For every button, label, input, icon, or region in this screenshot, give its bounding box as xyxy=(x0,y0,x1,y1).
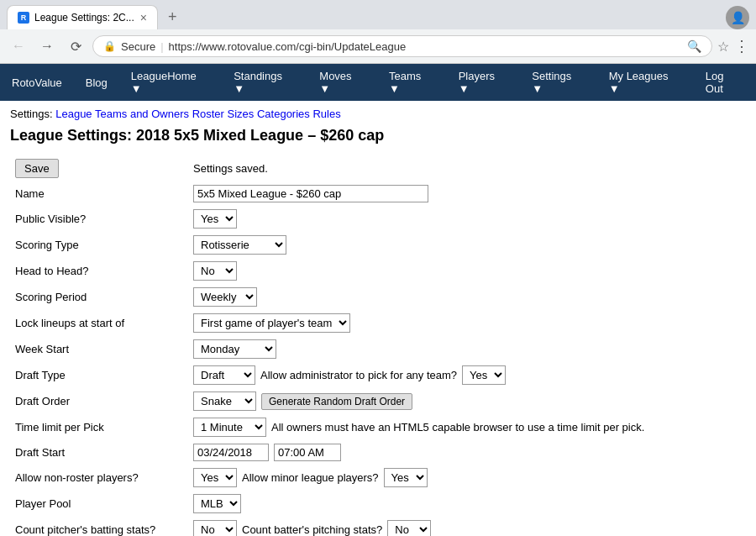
bookmark-icon[interactable]: ☆ xyxy=(717,39,729,55)
draft-type-cell: Draft Auction Pick Allow administrator t… xyxy=(190,363,744,387)
nav-logout[interactable]: Log Out xyxy=(694,64,756,101)
back-button[interactable]: ← xyxy=(7,34,30,58)
breadcrumb: Settings: League Teams and Owners Roster… xyxy=(10,108,746,120)
time-limit-select[interactable]: 1 Minute 2 Minutes 5 Minutes No Limit xyxy=(193,418,266,437)
breadcrumb-roster-sizes[interactable]: Roster Sizes xyxy=(192,108,255,120)
name-label: Name xyxy=(12,182,188,205)
nav-blog[interactable]: Blog xyxy=(74,71,119,95)
name-value-cell xyxy=(190,182,744,205)
draft-start-date-input[interactable] xyxy=(193,444,269,461)
nav-myleagues[interactable]: My Leagues ▼ xyxy=(597,64,694,101)
allow-non-roster-row: Allow non-roster players? Yes No Allow m… xyxy=(12,465,744,490)
scoring-period-label: Scoring Period xyxy=(12,285,188,309)
draft-order-label: Draft Order xyxy=(12,389,188,413)
tab-close-button[interactable]: × xyxy=(140,11,147,24)
browser-chrome: R League Settings: 2C... × + 👤 ← → ⟳ 🔒 S… xyxy=(0,0,756,64)
main-content: Settings: League Teams and Owners Roster… xyxy=(0,101,756,536)
profile-button[interactable]: 👤 xyxy=(726,6,749,29)
url-bar[interactable]: 🔒 Secure | https://www.rotovalue.com/cgi… xyxy=(92,35,712,57)
player-pool-select[interactable]: MLB AAA AA xyxy=(193,494,241,513)
url-text: https://www.rotovalue.com/cgi-bin/Update… xyxy=(169,40,407,53)
name-input[interactable] xyxy=(193,185,428,202)
nav-players[interactable]: Players ▼ xyxy=(447,64,521,101)
favicon: R xyxy=(18,12,29,24)
count-pitcher-batting-label: Count pitcher's batting stats? xyxy=(12,518,188,536)
secure-icon: 🔒 xyxy=(103,40,116,52)
lock-lineups-select[interactable]: First game of player's team First game o… xyxy=(193,313,350,333)
scoring-type-select[interactable]: Rotisserie Head to Head Points xyxy=(193,235,286,255)
draft-start-time-input[interactable] xyxy=(274,444,341,461)
scoring-period-cell: Weekly Daily Monthly xyxy=(190,285,744,309)
week-start-row: Week Start Monday Tuesday Wednesday Thur… xyxy=(12,337,744,361)
tab-title: League Settings: 2C... xyxy=(34,12,135,24)
scoring-type-row: Scoring Type Rotisserie Head to Head Poi… xyxy=(12,233,744,257)
save-row: Save Settings saved. xyxy=(12,156,744,181)
count-pitcher-batting-row: Count pitcher's batting stats? No Yes Co… xyxy=(12,518,744,536)
nav-settings[interactable]: Settings ▼ xyxy=(520,64,596,101)
time-limit-row: Time limit per Pick 1 Minute 2 Minutes 5… xyxy=(12,415,744,439)
count-pitcher-batting-select[interactable]: No Yes xyxy=(193,520,237,536)
breadcrumb-league[interactable]: League xyxy=(55,108,92,120)
week-start-select[interactable]: Monday Tuesday Wednesday Thursday Friday… xyxy=(193,339,276,359)
tab-bar: R League Settings: 2C... × + 👤 xyxy=(0,0,756,29)
status-message: Settings saved. xyxy=(193,162,268,175)
forward-button[interactable]: → xyxy=(35,34,59,58)
page-title: League Settings: 2018 5x5 Mixed League –… xyxy=(10,127,746,145)
count-batter-pitching-label: Count batter's pitching stats? xyxy=(242,523,382,536)
lock-lineups-cell: First game of player's team First game o… xyxy=(190,311,744,335)
public-visible-row: Public Visible? Yes No xyxy=(12,207,744,231)
time-limit-label: Time limit per Pick xyxy=(12,415,188,439)
head-to-head-row: Head to Head? No Yes xyxy=(12,259,744,283)
week-start-label: Week Start xyxy=(12,337,188,361)
nav-standings[interactable]: Standings ▼ xyxy=(222,64,307,101)
draft-type-select[interactable]: Draft Auction Pick xyxy=(193,365,255,385)
generate-draft-order-button[interactable]: Generate Random Draft Order xyxy=(261,393,412,410)
draft-type-extra-select[interactable]: Yes No xyxy=(462,365,506,385)
head-to-head-select[interactable]: No Yes xyxy=(193,261,237,281)
draft-type-label: Draft Type xyxy=(12,363,188,387)
scoring-type-label: Scoring Type xyxy=(12,233,188,257)
allow-non-roster-cell: Yes No Allow minor league players? Yes N… xyxy=(190,465,744,490)
lock-lineups-row: Lock lineups at start of First game of p… xyxy=(12,311,744,335)
head-to-head-cell: No Yes xyxy=(190,259,744,283)
head-to-head-label: Head to Head? xyxy=(12,259,188,283)
breadcrumb-teams-owners[interactable]: Teams and Owners xyxy=(95,108,189,120)
lock-lineups-label: Lock lineups at start of xyxy=(12,311,188,335)
search-icon[interactable]: 🔍 xyxy=(687,39,701,53)
allow-minor-league-label: Allow minor league players? xyxy=(242,471,379,484)
address-bar: ← → ⟳ 🔒 Secure | https://www.rotovalue.c… xyxy=(0,29,756,63)
refresh-button[interactable]: ⟳ xyxy=(64,34,87,58)
count-batter-pitching-select[interactable]: No Yes xyxy=(387,520,431,536)
scoring-period-select[interactable]: Weekly Daily Monthly xyxy=(193,287,257,307)
player-pool-row: Player Pool MLB AAA AA xyxy=(12,491,744,516)
week-start-cell: Monday Tuesday Wednesday Thursday Friday… xyxy=(190,337,744,361)
breadcrumb-categories[interactable]: Categories xyxy=(257,108,310,120)
count-pitcher-batting-cell: No Yes Count batter's pitching stats? No… xyxy=(190,518,744,536)
draft-order-cell: Snake Straight Generate Random Draft Ord… xyxy=(190,389,744,413)
main-nav: RotoValue Blog LeagueHome ▼ Standings ▼ … xyxy=(0,64,756,101)
allow-minor-league-select[interactable]: Yes No xyxy=(384,468,428,487)
public-visible-cell: Yes No xyxy=(190,207,744,231)
breadcrumb-rules[interactable]: Rules xyxy=(312,108,340,120)
scoring-period-row: Scoring Period Weekly Daily Monthly xyxy=(12,285,744,309)
public-visible-select[interactable]: Yes No xyxy=(193,209,237,229)
draft-start-label: Draft Start xyxy=(12,441,188,464)
browser-menu-button[interactable]: ⋮ xyxy=(734,37,749,55)
nav-rotovalue[interactable]: RotoValue xyxy=(0,71,74,95)
draft-type-row: Draft Type Draft Auction Pick Allow admi… xyxy=(12,363,744,387)
nav-leaguehome[interactable]: LeagueHome ▼ xyxy=(119,64,222,101)
save-button-top[interactable]: Save xyxy=(15,159,59,178)
url-separator: | xyxy=(160,40,163,53)
save-label-cell: Save xyxy=(12,156,188,181)
new-tab-button[interactable]: + xyxy=(161,5,184,29)
draft-order-select[interactable]: Snake Straight xyxy=(193,391,256,411)
draft-order-row: Draft Order Snake Straight Generate Rand… xyxy=(12,389,744,413)
draft-type-extra-label: Allow administrator to pick for any team… xyxy=(260,369,457,381)
secure-label: Secure xyxy=(121,40,155,53)
nav-teams[interactable]: Teams ▼ xyxy=(377,64,447,101)
allow-non-roster-select[interactable]: Yes No xyxy=(193,468,237,487)
time-limit-extra-text: All owners must have an HTML5 capable br… xyxy=(271,421,644,434)
scoring-type-cell: Rotisserie Head to Head Points xyxy=(190,233,744,257)
nav-moves[interactable]: Moves ▼ xyxy=(307,64,377,101)
player-pool-label: Player Pool xyxy=(12,491,188,516)
